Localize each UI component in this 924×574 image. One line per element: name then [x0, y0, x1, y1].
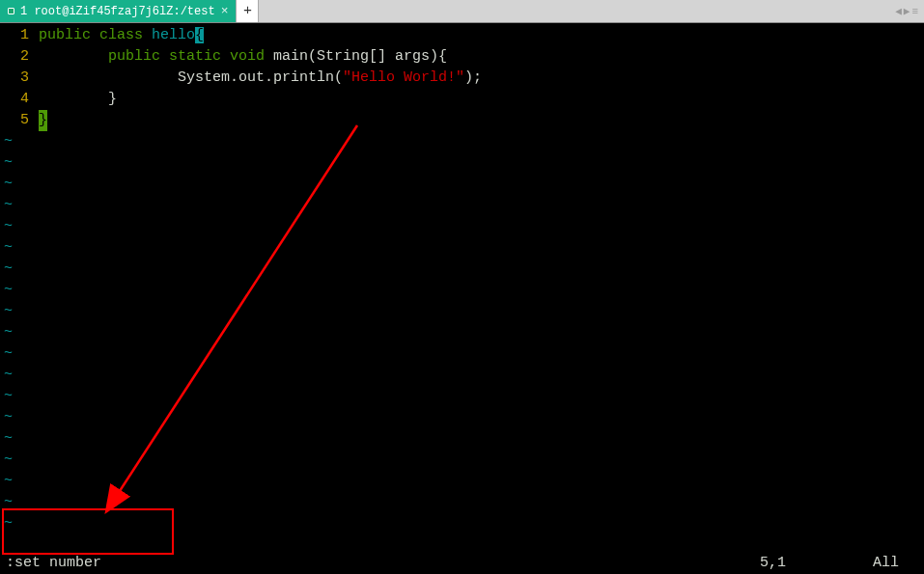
scroll-indicator: All — [873, 553, 899, 574]
empty-line-tilde: ~ — [0, 152, 924, 174]
empty-line-tilde: ~ — [0, 365, 924, 386]
vim-command: :set number — [6, 553, 101, 574]
empty-line-tilde: ~ — [0, 259, 924, 280]
code-content[interactable]: } — [39, 89, 117, 110]
code-line[interactable]: 2 public static void main(String[] args)… — [0, 46, 924, 68]
code-content[interactable]: } — [39, 110, 47, 131]
tab-nav: ◀ ▶ ≡ — [895, 0, 924, 22]
empty-line-tilde: ~ — [0, 407, 924, 428]
code-line[interactable]: 5} — [0, 110, 924, 131]
code-line[interactable]: 3 System.out.println("Hello World!"); — [0, 68, 924, 89]
line-number: 5 — [0, 110, 39, 131]
empty-line-tilde: ~ — [0, 513, 924, 534]
add-tab-button[interactable]: + — [236, 0, 259, 22]
plus-icon: + — [243, 3, 252, 19]
close-icon[interactable]: × — [221, 4, 229, 18]
line-number: 3 — [0, 68, 39, 89]
code-line[interactable]: 4 } — [0, 89, 924, 110]
empty-line-tilde: ~ — [0, 386, 924, 407]
tab-bar: 1 root@iZif45fzaj7j6lZ:/test × + ◀ ▶ ≡ — [0, 0, 924, 23]
empty-lines: ~~~~~~~~~~~~~~~~~~~ — [0, 131, 924, 534]
tab-title: 1 root@iZif45fzaj7j6lZ:/test — [20, 5, 215, 18]
empty-line-tilde: ~ — [0, 322, 924, 343]
code-line[interactable]: 1public class hello{ — [0, 25, 924, 46]
empty-line-tilde: ~ — [0, 471, 924, 492]
empty-line-tilde: ~ — [0, 280, 924, 301]
tab-indicator-icon — [8, 8, 14, 14]
empty-line-tilde: ~ — [0, 131, 924, 152]
terminal-tab[interactable]: 1 root@iZif45fzaj7j6lZ:/test × — [0, 0, 236, 22]
vim-editor[interactable]: 1public class hello{2 public static void… — [0, 23, 924, 574]
line-number: 2 — [0, 46, 39, 68]
code-content[interactable]: public static void main(String[] args){ — [39, 46, 447, 68]
empty-line-tilde: ~ — [0, 301, 924, 322]
empty-line-tilde: ~ — [0, 174, 924, 195]
nav-menu-icon[interactable]: ≡ — [911, 6, 918, 17]
nav-left-icon[interactable]: ◀ — [895, 5, 902, 17]
code-content[interactable]: public class hello{ — [39, 25, 204, 46]
empty-line-tilde: ~ — [0, 492, 924, 513]
empty-line-tilde: ~ — [0, 195, 924, 216]
empty-line-tilde: ~ — [0, 450, 924, 471]
empty-line-tilde: ~ — [0, 343, 924, 365]
cursor: } — [39, 110, 47, 131]
empty-line-tilde: ~ — [0, 237, 924, 259]
nav-right-icon[interactable]: ▶ — [904, 5, 910, 17]
empty-line-tilde: ~ — [0, 428, 924, 450]
line-number: 1 — [0, 25, 39, 46]
empty-line-tilde: ~ — [0, 216, 924, 237]
code-content[interactable]: System.out.println("Hello World!"); — [39, 68, 482, 89]
line-number: 4 — [0, 89, 39, 110]
vim-status-bar: :set number 5,1 All — [0, 553, 924, 574]
code-area[interactable]: 1public class hello{2 public static void… — [0, 25, 924, 131]
cursor-position: 5,1 — [760, 553, 786, 574]
